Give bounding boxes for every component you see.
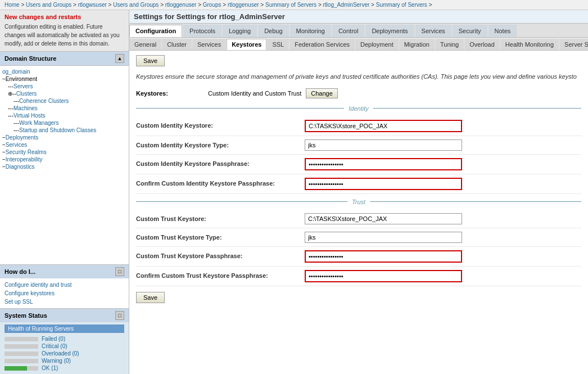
tab-configuration[interactable]: Configuration <box>129 25 182 37</box>
form-row-custom-trust-passphrase: Custom Trust Keystore Passphrase: <box>136 247 581 267</box>
tab-control[interactable]: Control <box>332 25 364 37</box>
tree-item-environment[interactable]: −Environment <box>2 75 126 83</box>
tree-item-startup-shutdown[interactable]: ---Startup and Shutdown Classes <box>2 127 126 134</box>
how-do-i-collapse[interactable]: □ <box>115 267 124 276</box>
status-link-ok[interactable]: OK (1) <box>42 365 58 371</box>
status-link-overloaded[interactable]: Overloaded (0) <box>42 350 79 357</box>
status-bar-bg-warning <box>4 359 38 363</box>
info-text-content: Keystores ensure the secure storage and … <box>136 73 577 80</box>
tab2-cluster[interactable]: Cluster <box>162 39 192 50</box>
tab2-health-monitoring[interactable]: Health Monitoring <box>500 39 559 50</box>
breadcrumb-rtlogwsuser[interactable]: rtlogwsuser <box>78 2 107 8</box>
content-header: Settings for Settings for rtlog_AdminSer… <box>129 10 588 24</box>
tree-item-virtual-hosts[interactable]: ---Virtual Hosts <box>2 112 126 119</box>
form-row-custom-trust-keystore-type: Custom Trust Keystore Type: <box>136 228 581 247</box>
tab-security[interactable]: Security <box>453 25 487 37</box>
breadcrumb-summary-servers-1[interactable]: Summary of Servers <box>265 2 316 8</box>
system-status-header: System Status □ <box>0 309 129 322</box>
trust-section-divider: Trust <box>136 199 581 205</box>
changes-title: New changes and restarts <box>4 13 124 20</box>
tree-item-security-realms[interactable]: −Security Realms <box>2 148 126 156</box>
tab2-deployment[interactable]: Deployment <box>355 39 399 50</box>
tab2-overload[interactable]: Overload <box>464 39 500 50</box>
domain-structure-tree: og_domain −Environment ---Servers ⊕--Clu… <box>0 66 129 264</box>
tab-notes[interactable]: Notes <box>489 25 517 37</box>
change-button[interactable]: Change <box>306 88 338 98</box>
info-text: Keystores ensure the secure storage and … <box>136 72 581 82</box>
label-custom-identity-keystore-type: Custom Identity Keystore Type: <box>136 139 305 148</box>
tree-item-deployments[interactable]: −Deployments <box>2 134 126 141</box>
tree-item-clusters[interactable]: ⊕--Clusters <box>2 90 126 97</box>
label-confirm-custom-trust-passphrase: Confirm Custom Trust Keystore Passphrase… <box>136 270 305 279</box>
tab2-server-s[interactable]: Server S <box>559 39 588 50</box>
tab-services[interactable]: Services <box>415 25 451 37</box>
system-status-collapse[interactable]: □ <box>115 311 124 320</box>
tab2-migration[interactable]: Migration <box>399 39 435 50</box>
tab2-keystores[interactable]: Keystores <box>227 39 266 50</box>
breadcrumb-summary-servers-2[interactable]: Summary of Servers <box>376 2 427 8</box>
trust-section-label: Trust <box>347 199 370 205</box>
breadcrumb-rtloggenuser-1[interactable]: rtloggenuser <box>165 2 197 8</box>
tab-debug[interactable]: Debug <box>258 25 288 37</box>
tab2-general[interactable]: General <box>129 39 161 50</box>
save-button-bottom[interactable]: Save <box>136 292 165 303</box>
control-custom-trust-passphrase <box>305 250 581 263</box>
tab-deployments[interactable]: Deployments <box>365 25 414 37</box>
input-custom-trust-passphrase[interactable] <box>305 250 462 263</box>
how-do-i-header: How do I... □ <box>0 265 129 278</box>
input-custom-identity-keystore-type[interactable] <box>305 139 462 151</box>
how-do-i-link-identity[interactable]: Configure identity and trust <box>4 281 124 289</box>
identity-divider-line-right <box>373 108 581 109</box>
control-confirm-custom-trust-passphrase <box>305 270 581 282</box>
sidebar: New changes and restarts Configuration e… <box>0 10 129 374</box>
app-container: Home > Users and Groups > rtlogwsuser > … <box>0 0 588 374</box>
save-button[interactable]: Save <box>136 55 165 66</box>
status-link-warning[interactable]: Warning (0) <box>42 358 71 364</box>
tab2-federation-services[interactable]: Federation Services <box>290 39 355 50</box>
breadcrumb-groups[interactable]: Groups <box>203 2 221 8</box>
breadcrumb-home[interactable]: Home <box>4 2 20 8</box>
form-row-custom-identity-keystore-type: Custom Identity Keystore Type: <box>136 136 581 155</box>
domain-structure-header: Domain Structure ▲ <box>0 52 129 66</box>
tree-item-diagnostics[interactable]: −Diagnostics <box>2 163 126 170</box>
tree-item-work-managers[interactable]: ---Work Managers <box>2 119 126 127</box>
tab-monitoring[interactable]: Monitoring <box>290 25 331 37</box>
tree-item-og-domain[interactable]: og_domain <box>2 68 126 75</box>
how-do-i-body: Configure identity and trust Configure k… <box>0 278 129 308</box>
tree-item-machines[interactable]: ---Machines <box>2 105 126 112</box>
input-custom-identity-keystore[interactable] <box>305 120 462 132</box>
tab2-ssl[interactable]: SSL <box>267 39 289 50</box>
keystores-value: Custom Identity and Custom Trust <box>208 90 301 97</box>
input-confirm-custom-trust-passphrase[interactable] <box>305 270 462 282</box>
tab2-tuning[interactable]: Tuning <box>435 39 464 50</box>
breadcrumb-rtloggenuser-2[interactable]: rtloggenuser <box>228 2 259 8</box>
tree-item-coherence-clusters[interactable]: ---Coherence Clusters <box>2 97 126 105</box>
breadcrumb-users-groups-1[interactable]: Users and Groups <box>26 2 71 8</box>
input-custom-trust-keystore[interactable] <box>305 213 462 224</box>
control-custom-trust-keystore <box>305 213 581 224</box>
tabs-row-1: Configuration Protocols Logging Debug Mo… <box>129 24 588 38</box>
input-confirm-custom-identity-passphrase[interactable] <box>305 178 462 190</box>
tab-logging[interactable]: Logging <box>223 25 257 37</box>
tree-item-servers[interactable]: ---Servers <box>2 83 126 90</box>
input-custom-trust-keystore-type[interactable] <box>305 232 462 243</box>
status-link-critical[interactable]: Critical (0) <box>42 343 67 349</box>
content-body: Save Keystores ensure the secure storage… <box>129 51 588 374</box>
how-do-i-link-keystores[interactable]: Configure keystores <box>4 289 124 298</box>
how-do-i-link-ssl[interactable]: Set up SSL <box>4 298 124 306</box>
domain-structure-title: Domain Structure <box>4 55 56 62</box>
tab-protocols[interactable]: Protocols <box>183 25 221 37</box>
breadcrumb-users-groups-2[interactable]: Users and Groups <box>113 2 159 8</box>
control-custom-identity-keystore-type <box>305 139 581 151</box>
input-custom-identity-passphrase[interactable] <box>305 158 462 170</box>
tree-item-interoperability[interactable]: −Interoperability <box>2 156 126 163</box>
tab2-services[interactable]: Services <box>192 39 226 50</box>
status-link-failed[interactable]: Failed (0) <box>42 336 65 342</box>
breadcrumb-rtlog-adminserver[interactable]: rtlog_AdminServer <box>323 2 370 8</box>
status-bar-bg-overloaded <box>4 352 38 356</box>
label-custom-trust-keystore: Custom Trust Keystore: <box>136 213 305 222</box>
tree-item-services[interactable]: −Services <box>2 141 126 148</box>
label-confirm-custom-identity-passphrase: Confirm Custom Identity Keystore Passphr… <box>136 178 305 187</box>
domain-structure-scroll[interactable]: ▲ <box>115 54 124 63</box>
status-label-overloaded: Overloaded (0) <box>42 350 79 357</box>
